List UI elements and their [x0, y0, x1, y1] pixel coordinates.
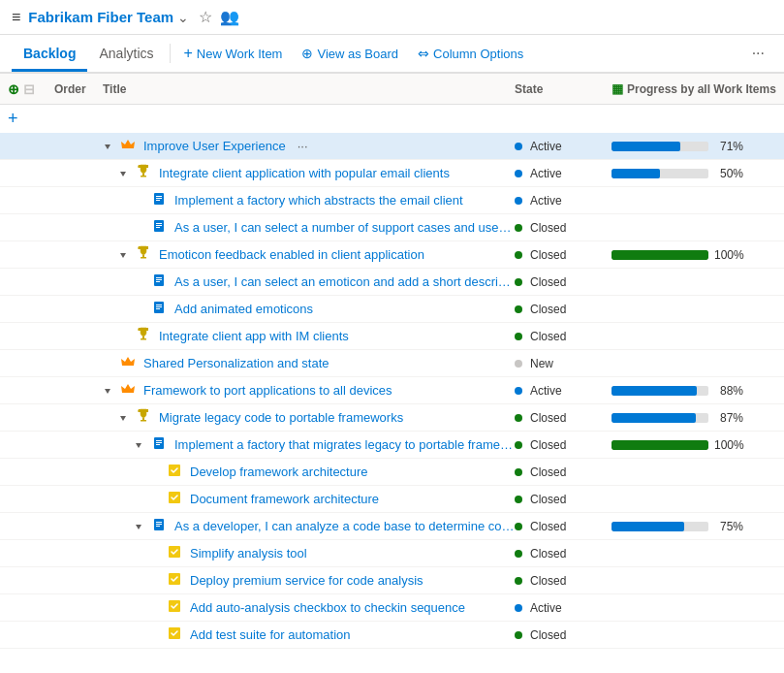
progress-bar-fill [612, 142, 680, 151]
expand-icon[interactable] [134, 522, 147, 531]
item-title-text[interactable]: As a user, I can select an emoticon and … [174, 274, 515, 289]
svg-rect-6 [156, 198, 162, 199]
row-progress: 100% [612, 248, 776, 262]
item-type-icon [120, 381, 136, 400]
row-state: Closed [515, 547, 612, 561]
svg-rect-16 [156, 277, 162, 278]
state-text: Closed [530, 248, 566, 262]
progress-bar-fill [612, 386, 697, 396]
expand-icon[interactable] [103, 386, 116, 396]
item-title-text[interactable]: As a developer, I can analyze a code bas… [174, 519, 515, 533]
item-type-icon [120, 137, 136, 155]
svg-rect-38 [156, 522, 162, 523]
state-text: Closed [530, 574, 566, 588]
row-title: Add auto-analysis checkbox to checkin se… [103, 598, 515, 617]
item-title-text[interactable]: Implement a factory which abstracts the … [174, 193, 463, 208]
item-title-text[interactable]: Emoticon feedback enabled in client appl… [159, 247, 424, 262]
item-type-icon [167, 571, 182, 590]
row-state: Closed [515, 628, 612, 642]
star-icon[interactable]: ☆ [199, 8, 212, 26]
row-state: Closed [515, 520, 612, 533]
progress-bar-fill [612, 413, 696, 423]
row-progress: 100% [612, 438, 776, 452]
row-more-button[interactable]: ··· [298, 139, 308, 153]
table-row: Implement a factory which abstracts the … [0, 187, 784, 214]
progress-percent: 87% [714, 411, 743, 425]
column-options-button[interactable]: ⇔ Column Options [408, 40, 533, 67]
chevron-icon[interactable]: ⌄ [177, 10, 189, 25]
expand-icon[interactable] [134, 440, 147, 450]
state-dot [515, 550, 522, 558]
person-icon[interactable]: 👥 [220, 8, 239, 26]
state-text: New [530, 357, 553, 370]
svg-rect-20 [156, 304, 162, 305]
item-title-text[interactable]: Integrate client application with popula… [159, 166, 450, 180]
item-title-text[interactable]: Improve User Experience [143, 139, 286, 153]
state-dot [515, 305, 522, 313]
state-dot [515, 360, 522, 368]
table-row: As a developer, I can analyze a code bas… [0, 513, 784, 540]
expand-icon[interactable] [118, 169, 132, 178]
item-title-text[interactable]: Shared Personalization and state [143, 356, 329, 370]
tab-backlog[interactable]: Backlog [12, 38, 87, 72]
state-text: Active [530, 167, 562, 180]
table-body: Improve User Experience···Active71%Integ… [0, 133, 784, 649]
row-title: As a developer, I can analyze a code bas… [103, 517, 515, 535]
item-title-text[interactable]: Simplify analysis tool [190, 546, 307, 561]
item-title-text[interactable]: Add test suite for automation [190, 627, 350, 642]
item-title-text[interactable]: Document framework architecture [190, 492, 379, 506]
add-row-icon[interactable]: ⊕ [8, 81, 19, 97]
item-title-text[interactable]: Implement a factory that migrates legacy… [174, 437, 515, 452]
table-row: Integrate client app with IM clientsClos… [0, 323, 784, 350]
item-title-text[interactable]: As a user, I can select a number of supp… [174, 220, 515, 235]
svg-marker-0 [105, 144, 110, 149]
add-row[interactable]: + [0, 105, 784, 133]
progress-bar-fill [612, 250, 708, 260]
state-dot [515, 278, 522, 286]
progress-bar-wrap [612, 522, 708, 531]
item-title-text[interactable]: Add auto-analysis checkbox to checkin se… [190, 600, 465, 615]
row-state: Active [515, 601, 612, 615]
svg-marker-29 [136, 443, 141, 448]
item-type-icon [136, 245, 151, 264]
remove-row-icon[interactable]: ⊟ [23, 81, 35, 97]
state-text: Closed [530, 547, 566, 561]
item-title-text[interactable]: Develop framework architecture [190, 465, 368, 479]
progress-bar-wrap [612, 413, 708, 423]
grid-icon[interactable]: ≡ [12, 9, 20, 26]
progress-bar-wrap [612, 250, 708, 260]
svg-rect-33 [156, 444, 160, 445]
plus-icon: + [184, 45, 193, 62]
progress-chart-icon: ▦ [612, 81, 623, 96]
svg-rect-39 [156, 524, 162, 525]
item-type-icon [167, 625, 182, 644]
row-title: Implement a factory that migrates legacy… [103, 435, 515, 454]
state-text: Active [530, 194, 562, 208]
table-row: Emoticon feedback enabled in client appl… [0, 241, 784, 269]
item-title-text[interactable]: Add animated emoticons [174, 302, 313, 316]
row-state: Active [515, 384, 612, 398]
table-row: Migrate legacy code to portable framewor… [0, 404, 784, 432]
state-dot [515, 414, 522, 422]
row-state: Closed [515, 303, 612, 316]
item-type-icon [151, 435, 167, 454]
tab-analytics[interactable]: Analytics [87, 38, 165, 72]
item-title-text[interactable]: Deploy premium service for code analysis [190, 573, 423, 588]
state-text: Closed [530, 628, 566, 642]
table-row: As a user, I can select a number of supp… [0, 214, 784, 241]
item-title-text[interactable]: Migrate legacy code to portable framewor… [159, 410, 403, 425]
item-title-text[interactable]: Integrate client app with IM clients [159, 329, 349, 343]
expand-icon[interactable] [118, 250, 132, 260]
state-dot [515, 604, 522, 612]
row-title: Integrate client app with IM clients [103, 327, 515, 345]
view-as-board-button[interactable]: ⊕ View as Board [292, 40, 408, 67]
row-state: Closed [515, 438, 612, 452]
item-type-icon [167, 463, 182, 481]
state-dot [515, 251, 522, 259]
new-work-item-button[interactable]: + New Work Item [174, 39, 293, 68]
item-title-text[interactable]: Framework to port applications to all de… [143, 383, 392, 398]
svg-rect-13 [142, 255, 144, 258]
expand-icon[interactable] [103, 142, 116, 151]
more-menu-button[interactable]: ··· [744, 39, 772, 68]
expand-icon[interactable] [118, 413, 132, 423]
